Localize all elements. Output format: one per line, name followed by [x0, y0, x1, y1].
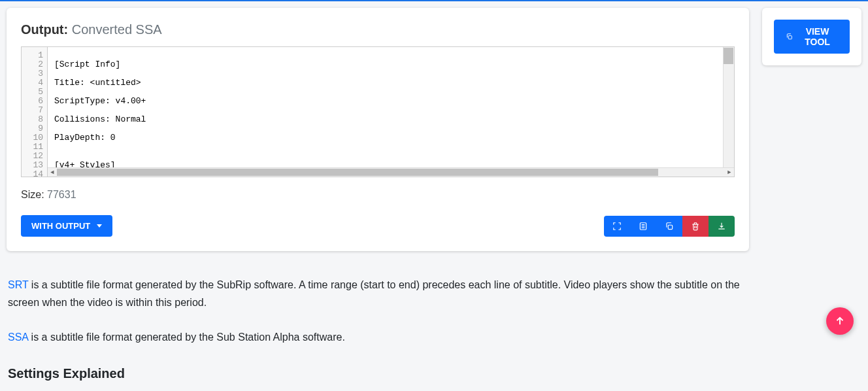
svg-rect-4: [668, 225, 672, 229]
line-number-gutter: 1 2 3 4 5 6 7 8 9 10 11 12 13 14: [22, 47, 48, 177]
line-number: 6: [22, 97, 43, 106]
fullscreen-button[interactable]: [604, 216, 630, 237]
line-number: 11: [22, 143, 43, 152]
view-tool-card: VIEW TOOL: [762, 8, 861, 65]
code-line: PlayDepth: 0: [54, 133, 727, 143]
scroll-to-top-button[interactable]: [826, 307, 854, 335]
line-number: 10: [22, 133, 43, 143]
delete-button[interactable]: [682, 216, 709, 237]
line-number: 13: [22, 161, 43, 170]
trash-icon: [691, 222, 700, 231]
download-button[interactable]: [709, 216, 735, 237]
ssa-text: is a subtitle file format generated by t…: [28, 332, 345, 343]
line-number: 8: [22, 115, 43, 124]
srt-text: is a subtitle file format generated by t…: [8, 279, 740, 308]
settings-explained-heading: Settings Explained: [7, 366, 749, 381]
line-number: 3: [22, 69, 43, 78]
line-number: 1: [22, 51, 43, 60]
view-tool-button[interactable]: VIEW TOOL: [774, 20, 850, 54]
line-number: 7: [22, 106, 43, 115]
line-number: 5: [22, 88, 43, 97]
output-label: Output:: [21, 22, 68, 37]
size-value: 77631: [47, 189, 76, 200]
line-number: 14: [22, 170, 43, 177]
view-tool-label: VIEW TOOL: [797, 26, 838, 47]
size-label: Size:: [21, 189, 44, 200]
output-subtitle: Converted SSA: [72, 22, 162, 37]
code-content[interactable]: [Script Info] Title: <untitled> ScriptTy…: [48, 47, 734, 177]
code-line: Collisions: Normal: [54, 115, 727, 124]
list-icon: [639, 222, 648, 231]
line-number: 12: [22, 152, 43, 161]
fullscreen-icon: [612, 222, 622, 231]
output-action-group: [604, 216, 735, 237]
line-number: 9: [22, 124, 43, 133]
code-editor[interactable]: 1 2 3 4 5 6 7 8 9 10 11 12 13 14 [Script…: [21, 46, 735, 177]
size-info: Size: 77631: [21, 189, 735, 201]
srt-link[interactable]: SRT: [8, 279, 28, 290]
vertical-scroll-thumb[interactable]: [724, 48, 733, 64]
line-number: 4: [22, 78, 43, 88]
scroll-right-icon[interactable]: ►: [725, 168, 734, 177]
vertical-scrollbar[interactable]: [723, 47, 734, 167]
output-card: Output: Converted SSA 1 2 3 4 5 6 7 8 9 …: [7, 8, 749, 251]
horizontal-scroll-body[interactable]: [57, 168, 725, 177]
code-line: [Script Info]: [54, 60, 727, 69]
copy-icon: [786, 32, 793, 41]
with-output-dropdown[interactable]: WITH OUTPUT: [21, 215, 112, 237]
code-line: ScriptType: v4.00+: [54, 97, 727, 106]
line-number: 2: [22, 60, 43, 69]
action-row: WITH OUTPUT: [21, 215, 735, 237]
horizontal-scroll-thumb[interactable]: [57, 169, 658, 176]
output-title: Output: Converted SSA: [21, 22, 735, 37]
chevron-down-icon: [97, 224, 102, 228]
svg-rect-5: [788, 36, 792, 39]
scroll-left-icon[interactable]: ◄: [48, 168, 57, 177]
download-icon: [717, 222, 726, 231]
copy-icon: [665, 222, 674, 231]
ssa-link[interactable]: SSA: [8, 332, 28, 343]
ssa-description: SSA is a subtitle file format generated …: [7, 328, 749, 346]
list-button[interactable]: [630, 216, 656, 237]
code-line: Title: <untitled>: [54, 78, 727, 88]
arrow-up-icon: [834, 315, 846, 327]
srt-description: SRT is a subtitle file format generated …: [7, 276, 749, 311]
with-output-label: WITH OUTPUT: [31, 221, 90, 231]
horizontal-scrollbar[interactable]: ◄ ►: [48, 167, 734, 177]
copy-button[interactable]: [656, 216, 682, 237]
